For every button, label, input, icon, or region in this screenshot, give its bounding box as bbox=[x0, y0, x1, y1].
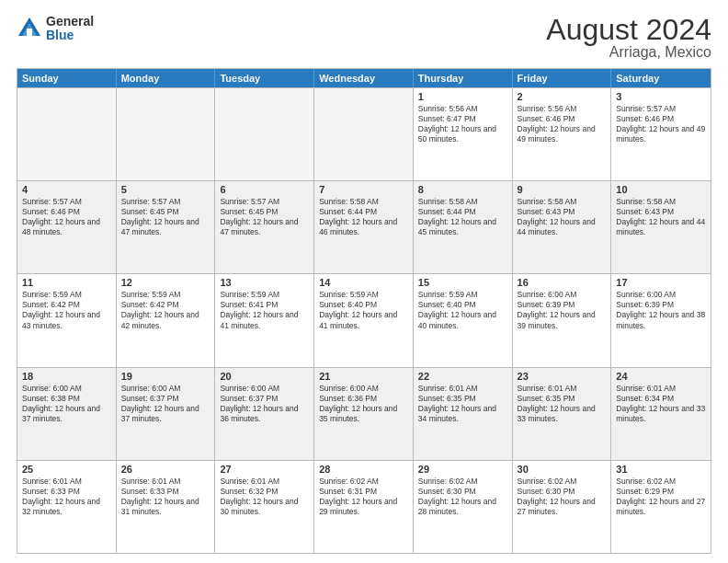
table-row: 15Sunrise: 5:59 AMSunset: 6:40 PMDayligh… bbox=[414, 274, 513, 366]
cell-info: Sunrise: 6:00 AMSunset: 6:37 PMDaylight:… bbox=[220, 384, 309, 424]
cell-info: Sunrise: 5:59 AMSunset: 6:41 PMDaylight:… bbox=[220, 290, 309, 330]
cell-day-number: 20 bbox=[220, 371, 309, 382]
table-row: 25Sunrise: 6:01 AMSunset: 6:33 PMDayligh… bbox=[17, 461, 117, 553]
cal-row-4: 18Sunrise: 6:00 AMSunset: 6:38 PMDayligh… bbox=[17, 367, 711, 460]
table-row: 3Sunrise: 5:57 AMSunset: 6:46 PMDaylight… bbox=[611, 88, 711, 180]
logo: General Blue bbox=[17, 15, 94, 43]
header: General Blue August 2024 Arriaga, Mexico bbox=[17, 15, 711, 61]
cell-day-number: 17 bbox=[616, 277, 706, 288]
calendar-subtitle: Arriaga, Mexico bbox=[546, 44, 711, 61]
calendar-header: Sunday Monday Tuesday Wednesday Thursday… bbox=[17, 69, 711, 87]
cal-row-2: 4Sunrise: 5:57 AMSunset: 6:46 PMDaylight… bbox=[17, 180, 711, 273]
cell-day-number: 6 bbox=[220, 184, 309, 195]
cell-info: Sunrise: 5:56 AMSunset: 6:46 PMDaylight:… bbox=[518, 104, 607, 144]
table-row: 13Sunrise: 5:59 AMSunset: 6:41 PMDayligh… bbox=[215, 274, 314, 366]
cell-day-number: 3 bbox=[616, 91, 706, 102]
cell-day-number: 23 bbox=[518, 371, 607, 382]
cell-info: Sunrise: 6:01 AMSunset: 6:35 PMDaylight:… bbox=[518, 384, 607, 424]
table-row: 16Sunrise: 6:00 AMSunset: 6:39 PMDayligh… bbox=[513, 274, 612, 366]
table-row: 31Sunrise: 6:02 AMSunset: 6:29 PMDayligh… bbox=[611, 461, 711, 553]
cell-day-number: 9 bbox=[518, 184, 607, 195]
cell-day-number: 25 bbox=[22, 464, 111, 475]
cell-info: Sunrise: 5:59 AMSunset: 6:42 PMDaylight:… bbox=[22, 290, 111, 330]
cell-info: Sunrise: 6:00 AMSunset: 6:38 PMDaylight:… bbox=[22, 384, 111, 424]
cal-row-5: 25Sunrise: 6:01 AMSunset: 6:33 PMDayligh… bbox=[17, 460, 711, 553]
cell-info: Sunrise: 6:02 AMSunset: 6:31 PMDaylight:… bbox=[319, 477, 408, 517]
cell-info: Sunrise: 6:02 AMSunset: 6:30 PMDaylight:… bbox=[418, 477, 507, 517]
cell-info: Sunrise: 5:58 AMSunset: 6:43 PMDaylight:… bbox=[616, 197, 706, 237]
header-friday: Friday bbox=[513, 69, 612, 87]
cell-info: Sunrise: 6:00 AMSunset: 6:39 PMDaylight:… bbox=[616, 290, 706, 330]
cell-info: Sunrise: 6:01 AMSunset: 6:34 PMDaylight:… bbox=[616, 384, 706, 424]
cell-day-number: 10 bbox=[616, 184, 706, 195]
title-block: August 2024 Arriaga, Mexico bbox=[546, 15, 711, 61]
cell-day-number: 5 bbox=[121, 184, 210, 195]
table-row: 11Sunrise: 5:59 AMSunset: 6:42 PMDayligh… bbox=[17, 274, 117, 366]
calendar-title: August 2024 bbox=[546, 15, 711, 44]
table-row: 21Sunrise: 6:00 AMSunset: 6:36 PMDayligh… bbox=[314, 368, 414, 460]
cell-day-number: 19 bbox=[121, 371, 210, 382]
cell-info: Sunrise: 5:59 AMSunset: 6:40 PMDaylight:… bbox=[319, 290, 408, 330]
table-row: 22Sunrise: 6:01 AMSunset: 6:35 PMDayligh… bbox=[414, 368, 513, 460]
table-row: 19Sunrise: 6:00 AMSunset: 6:37 PMDayligh… bbox=[117, 368, 216, 460]
cell-info: Sunrise: 5:59 AMSunset: 6:40 PMDaylight:… bbox=[418, 290, 507, 330]
cell-info: Sunrise: 6:01 AMSunset: 6:35 PMDaylight:… bbox=[418, 384, 507, 424]
cell-day-number: 2 bbox=[518, 91, 607, 102]
table-row: 20Sunrise: 6:00 AMSunset: 6:37 PMDayligh… bbox=[215, 368, 314, 460]
table-row: 9Sunrise: 5:58 AMSunset: 6:43 PMDaylight… bbox=[513, 181, 612, 273]
table-row bbox=[17, 88, 117, 180]
table-row bbox=[314, 88, 414, 180]
cell-day-number: 26 bbox=[121, 464, 210, 475]
cell-info: Sunrise: 5:58 AMSunset: 6:44 PMDaylight:… bbox=[319, 197, 408, 237]
calendar: Sunday Monday Tuesday Wednesday Thursday… bbox=[17, 68, 711, 554]
cal-row-3: 11Sunrise: 5:59 AMSunset: 6:42 PMDayligh… bbox=[17, 273, 711, 366]
table-row: 28Sunrise: 6:02 AMSunset: 6:31 PMDayligh… bbox=[314, 461, 414, 553]
table-row: 10Sunrise: 5:58 AMSunset: 6:43 PMDayligh… bbox=[611, 181, 711, 273]
cell-day-number: 11 bbox=[22, 277, 111, 288]
page: General Blue August 2024 Arriaga, Mexico… bbox=[0, 0, 728, 563]
cell-day-number: 29 bbox=[418, 464, 507, 475]
cell-day-number: 18 bbox=[22, 371, 111, 382]
logo-blue-text: Blue bbox=[46, 29, 94, 42]
cell-day-number: 1 bbox=[418, 91, 507, 102]
cell-info: Sunrise: 6:00 AMSunset: 6:37 PMDaylight:… bbox=[121, 384, 210, 424]
logo-general-text: General bbox=[46, 15, 94, 29]
cell-day-number: 4 bbox=[22, 184, 111, 195]
table-row: 18Sunrise: 6:00 AMSunset: 6:38 PMDayligh… bbox=[17, 368, 117, 460]
cell-info: Sunrise: 6:00 AMSunset: 6:36 PMDaylight:… bbox=[319, 384, 408, 424]
cell-info: Sunrise: 6:01 AMSunset: 6:32 PMDaylight:… bbox=[220, 477, 309, 517]
table-row: 5Sunrise: 5:57 AMSunset: 6:45 PMDaylight… bbox=[117, 181, 216, 273]
table-row: 24Sunrise: 6:01 AMSunset: 6:34 PMDayligh… bbox=[611, 368, 711, 460]
cell-day-number: 21 bbox=[319, 371, 408, 382]
cell-day-number: 13 bbox=[220, 277, 309, 288]
cell-day-number: 8 bbox=[418, 184, 507, 195]
table-row: 2Sunrise: 5:56 AMSunset: 6:46 PMDaylight… bbox=[513, 88, 612, 180]
cell-day-number: 28 bbox=[319, 464, 408, 475]
table-row: 30Sunrise: 6:02 AMSunset: 6:30 PMDayligh… bbox=[513, 461, 612, 553]
table-row: 14Sunrise: 5:59 AMSunset: 6:40 PMDayligh… bbox=[314, 274, 414, 366]
header-wednesday: Wednesday bbox=[314, 69, 414, 87]
header-thursday: Thursday bbox=[414, 69, 513, 87]
svg-rect-2 bbox=[27, 29, 32, 36]
table-row: 26Sunrise: 6:01 AMSunset: 6:33 PMDayligh… bbox=[117, 461, 216, 553]
table-row: 27Sunrise: 6:01 AMSunset: 6:32 PMDayligh… bbox=[215, 461, 314, 553]
cell-day-number: 30 bbox=[518, 464, 607, 475]
table-row: 29Sunrise: 6:02 AMSunset: 6:30 PMDayligh… bbox=[414, 461, 513, 553]
cell-info: Sunrise: 5:56 AMSunset: 6:47 PMDaylight:… bbox=[418, 104, 507, 144]
logo-icon bbox=[17, 16, 42, 41]
cell-info: Sunrise: 5:58 AMSunset: 6:43 PMDaylight:… bbox=[518, 197, 607, 237]
logo-text: General Blue bbox=[46, 15, 94, 43]
cell-info: Sunrise: 5:57 AMSunset: 6:45 PMDaylight:… bbox=[220, 197, 309, 237]
table-row: 1Sunrise: 5:56 AMSunset: 6:47 PMDaylight… bbox=[414, 88, 513, 180]
header-sunday: Sunday bbox=[17, 69, 117, 87]
table-row bbox=[215, 88, 314, 180]
cell-day-number: 7 bbox=[319, 184, 408, 195]
table-row bbox=[117, 88, 216, 180]
table-row: 17Sunrise: 6:00 AMSunset: 6:39 PMDayligh… bbox=[611, 274, 711, 366]
table-row: 4Sunrise: 5:57 AMSunset: 6:46 PMDaylight… bbox=[17, 181, 117, 273]
cell-day-number: 16 bbox=[518, 277, 607, 288]
header-tuesday: Tuesday bbox=[215, 69, 314, 87]
cell-day-number: 22 bbox=[418, 371, 507, 382]
table-row: 7Sunrise: 5:58 AMSunset: 6:44 PMDaylight… bbox=[314, 181, 414, 273]
header-saturday: Saturday bbox=[611, 69, 711, 87]
